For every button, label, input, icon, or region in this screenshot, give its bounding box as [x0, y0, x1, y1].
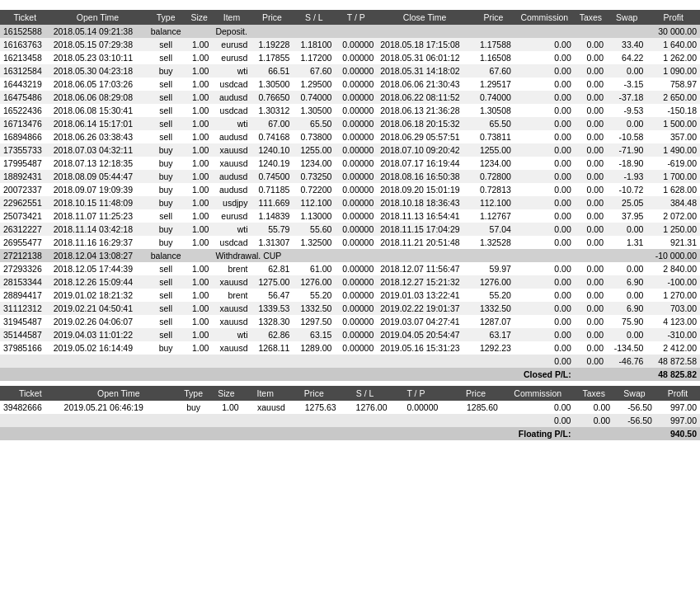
cell-close-time: 2019.05.16 15:31:23 — [377, 341, 472, 355]
open-totals-profit: 997.00 — [655, 414, 700, 427]
cell-item: audusd — [212, 130, 251, 143]
table-row: 16163763 2018.05.15 07:29:38 sell 1.00 e… — [0, 38, 700, 51]
cell-sl: 67.60 — [293, 64, 335, 78]
cell-profit: -100.00 — [646, 275, 700, 289]
col-close-price: Price — [472, 10, 514, 25]
col-sl: S / L — [293, 10, 335, 25]
open-totals-swap: -56.50 — [613, 414, 655, 427]
table-row: 16894866 2018.06.26 03:38:43 sell 1.00 a… — [0, 130, 700, 143]
cell-commission: 0.00 — [514, 223, 575, 236]
cell-profit: 758.97 — [646, 78, 700, 91]
open-trades-table: Ticket Open Time Type Size Item Price S … — [0, 386, 700, 440]
cell-close-price: 0.72813 — [472, 183, 514, 196]
cell-tp: 0.00000 — [335, 302, 377, 315]
cell-sl: 1.32500 — [293, 236, 335, 249]
cell-commission: 0.00 — [514, 38, 575, 51]
cell-profit: 1 500.00 — [646, 117, 700, 130]
cell-profit: -150.18 — [646, 104, 700, 117]
cell-open-time: 2018.08.09 05:44:47 — [50, 170, 146, 183]
cell-taxes: 0.00 — [575, 183, 607, 196]
cell-commission: 0.00 — [501, 401, 574, 414]
cell-close-price: 1332.50 — [472, 302, 514, 315]
cell-sl: 1276.00 — [293, 275, 335, 289]
cell-open-time: 2019.01.02 18:21:32 — [50, 289, 146, 302]
cell-size: 1.00 — [186, 117, 213, 130]
cell-type: sell — [145, 91, 186, 104]
cell-item: brent — [212, 289, 251, 302]
cell-open-time: 2018.06.08 15:30:41 — [50, 104, 146, 117]
cell-item: usdcad — [212, 236, 251, 249]
cell-commission: 0.00 — [514, 91, 575, 104]
cell-open-time: 2018.10.15 11:48:09 — [50, 196, 146, 209]
cell-size — [186, 249, 213, 262]
cell-price: 62.86 — [251, 328, 293, 341]
cell-close-time: 2018.05.18 17:15:08 — [377, 38, 472, 51]
cell-commission: 0.00 — [514, 170, 575, 183]
col-ticket: Ticket — [0, 10, 50, 25]
cell-commission: 0.00 — [514, 275, 575, 289]
cell-taxes: 0.00 — [575, 104, 607, 117]
cell-profit: 1 700.00 — [646, 170, 700, 183]
open-col-commission: Commission — [501, 386, 574, 401]
cell-sl: 0.73250 — [293, 170, 335, 183]
cell-type: sell — [145, 117, 186, 130]
closed-transactions-table: Ticket Open Time Type Size Item Price S … — [0, 10, 700, 381]
cell-type: buy — [145, 170, 186, 183]
cell-taxes: 0.00 — [575, 196, 607, 209]
cell-type: sell — [145, 315, 186, 328]
cell-close-price: 1292.23 — [472, 341, 514, 355]
cell-commission: 0.00 — [514, 196, 575, 209]
cell-close-time: 2018.06.22 08:11:52 — [377, 91, 472, 104]
cell-sl: 65.50 — [293, 117, 335, 130]
cell-sl: 1332.50 — [293, 302, 335, 315]
table-row: 20072337 2018.09.07 19:09:39 buy 1.00 au… — [0, 183, 700, 196]
cell-close-price: 0.74000 — [472, 91, 514, 104]
cell-item: xauusd — [212, 315, 251, 328]
cell-close-time: 2018.12.27 15:21:32 — [377, 275, 472, 289]
cell-commission: 0.00 — [514, 236, 575, 249]
cell-size: 1.00 — [186, 209, 213, 223]
cell-price: 1328.30 — [251, 315, 293, 328]
open-totals-commission: 0.00 — [501, 414, 574, 427]
cell-sl: 0.74000 — [293, 91, 335, 104]
cell-swap: 75.90 — [607, 315, 646, 328]
cell-price: 1.19228 — [251, 38, 293, 51]
cell-ticket: 31112312 — [0, 302, 50, 315]
cell-open-time: 2018.06.14 15:17:01 — [50, 117, 146, 130]
cell-taxes: 0.00 — [575, 157, 607, 170]
cell-close-time: 2018.11.21 20:51:48 — [377, 236, 472, 249]
cell-taxes: 0.00 — [575, 117, 607, 130]
account-header — [0, 0, 700, 7]
cell-taxes: 0.00 — [575, 64, 607, 78]
cell-ticket: 16152588 — [0, 25, 50, 38]
cell-size: 1.00 — [186, 302, 213, 315]
cell-commission: 0.00 — [514, 51, 575, 64]
cell-close-time: 2018.11.15 17:04:29 — [377, 223, 472, 236]
cell-profit: 30 000.00 — [646, 25, 700, 38]
cell-swap: 6.90 — [607, 302, 646, 315]
cell-item: audusd — [212, 170, 251, 183]
floating-summary-row: Floating P/L: 940.50 — [0, 427, 700, 440]
cell-price: 62.81 — [251, 262, 293, 275]
cell-open-time: 2019.05.02 16:14:49 — [50, 341, 146, 355]
cell-swap: -10.58 — [607, 130, 646, 143]
cell-item: eurusd — [212, 38, 251, 51]
cell-open-time: 2018.11.07 11:25:23 — [50, 209, 146, 223]
table-row: 16713476 2018.06.14 15:17:01 sell 1.00 w… — [0, 117, 700, 130]
cell-taxes: 0.00 — [575, 236, 607, 249]
floating-pl-label: Floating P/L: — [0, 427, 574, 440]
table-row: 16312584 2018.05.30 04:23:18 buy 1.00 wt… — [0, 64, 700, 78]
col-commission: Commission — [514, 10, 575, 25]
cell-ticket: 26312227 — [0, 223, 50, 236]
table-row: 39482666 2019.05.21 06:46:19 buy 1.00 xa… — [0, 401, 700, 414]
cell-commission: 0.00 — [514, 183, 575, 196]
cell-price: 0.71185 — [251, 183, 293, 196]
cell-ticket: 27212138 — [0, 249, 50, 262]
col-taxes: Taxes — [575, 10, 607, 25]
cell-price: 56.47 — [251, 289, 293, 302]
cell-close-time: 2018.07.10 09:20:42 — [377, 143, 472, 157]
cell-price: 1240.19 — [251, 157, 293, 170]
cell-size: 1.00 — [186, 64, 213, 78]
cell-open-time: 2018.06.06 08:29:08 — [50, 91, 146, 104]
cell-taxes: 0.00 — [574, 401, 613, 414]
